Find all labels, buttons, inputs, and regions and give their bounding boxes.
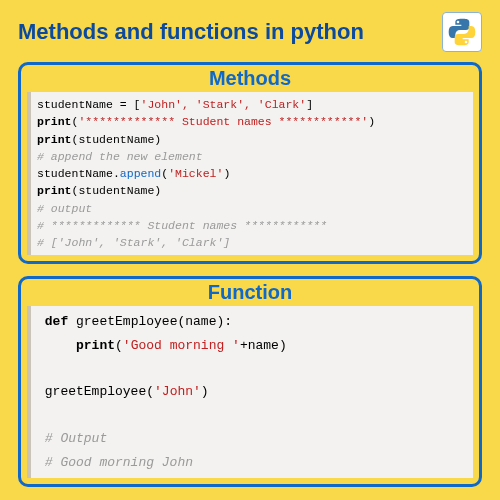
code-string: '************* Student names ***********… [78,115,368,128]
code-comment: # append the new element [37,150,203,163]
code-text: studentName = [ [37,98,141,111]
header: Methods and functions in python [18,12,482,52]
code-string: 'John', 'Stark', 'Clark' [141,98,307,111]
function-heading: Function [27,281,473,304]
function-card: Function def greetEmployee(name): print(… [18,276,482,487]
code-text: (studentName) [72,133,162,146]
code-text [37,338,76,353]
code-text: ) [201,384,209,399]
code-comment: # ************* Student names **********… [37,219,327,232]
code-keyword: print [37,133,72,146]
code-text: ) [368,115,375,128]
code-string: 'Mickel' [168,167,223,180]
code-text: ] [306,98,313,111]
code-keyword: print [37,184,72,197]
page-title: Methods and functions in python [18,19,364,45]
code-keyword: print [76,338,115,353]
code-keyword: def [45,314,68,329]
code-comment: # Good morning John [37,455,193,470]
code-method: append [120,167,161,180]
function-code-block: def greetEmployee(name): print('Good mor… [27,306,473,478]
code-keyword: print [37,115,72,128]
code-comment: # Output [37,431,107,446]
code-comment: # output [37,202,92,215]
code-text: ) [223,167,230,180]
code-text: studentName. [37,167,120,180]
methods-code-block: studentName = ['John', 'Stark', 'Clark']… [27,92,473,255]
code-text: (studentName) [72,184,162,197]
python-logo [442,12,482,52]
code-string: 'John' [154,384,201,399]
code-text: greetEmployee(name): [68,314,232,329]
code-text: ( [115,338,123,353]
methods-card: Methods studentName = ['John', 'Stark', … [18,62,482,264]
python-icon [446,16,478,48]
methods-heading: Methods [27,67,473,90]
code-text: +name) [240,338,287,353]
code-comment: # ['John', 'Stark', 'Clark'] [37,236,230,249]
code-text: greetEmployee( [37,384,154,399]
code-string: 'Good morning ' [123,338,240,353]
